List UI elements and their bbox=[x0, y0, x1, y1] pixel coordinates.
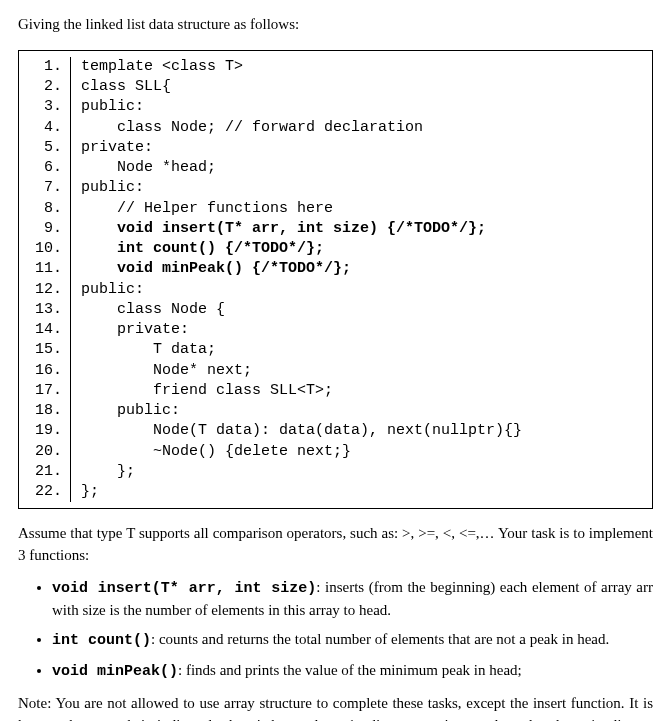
code-text: template <class T> bbox=[71, 57, 243, 77]
code-line: 2.class SLL{ bbox=[19, 77, 652, 97]
code-text: }; bbox=[71, 462, 135, 482]
code-text: public: bbox=[71, 401, 180, 421]
list-item: int count(): counts and returns the tota… bbox=[52, 629, 653, 652]
line-number: 21. bbox=[19, 462, 71, 482]
function-list: void insert(T* arr, int size): inserts (… bbox=[18, 577, 653, 683]
code-text: class SLL{ bbox=[71, 77, 171, 97]
code-line: 21. }; bbox=[19, 462, 652, 482]
line-number: 17. bbox=[19, 381, 71, 401]
code-line: 18. public: bbox=[19, 401, 652, 421]
list-item: void minPeak(): finds and prints the val… bbox=[52, 660, 653, 683]
line-number: 14. bbox=[19, 320, 71, 340]
line-number: 20. bbox=[19, 442, 71, 462]
line-number: 6. bbox=[19, 158, 71, 178]
code-line: 13. class Node { bbox=[19, 300, 652, 320]
line-number: 13. bbox=[19, 300, 71, 320]
line-number: 7. bbox=[19, 178, 71, 198]
code-line: 8. // Helper functions here bbox=[19, 199, 652, 219]
code-text: Node* next; bbox=[71, 361, 252, 381]
code-text: T data; bbox=[71, 340, 216, 360]
line-number: 2. bbox=[19, 77, 71, 97]
code-text: Node(T data): data(data), next(nullptr){… bbox=[71, 421, 522, 441]
line-number: 11. bbox=[19, 259, 71, 279]
code-line: 7.public: bbox=[19, 178, 652, 198]
code-text: class Node { bbox=[71, 300, 225, 320]
intro-paragraph: Giving the linked list data structure as… bbox=[18, 14, 653, 36]
code-line: 9. void insert(T* arr, int size) {/*TODO… bbox=[19, 219, 652, 239]
line-number: 12. bbox=[19, 280, 71, 300]
code-line: 1.template <class T> bbox=[19, 57, 652, 77]
line-number: 9. bbox=[19, 219, 71, 239]
line-number: 10. bbox=[19, 239, 71, 259]
line-number: 22. bbox=[19, 482, 71, 502]
code-text: class Node; // forward declaration bbox=[71, 118, 423, 138]
code-line: 16. Node* next; bbox=[19, 361, 652, 381]
code-text: public: bbox=[71, 178, 144, 198]
function-signature: void insert(T* arr, int size) bbox=[52, 580, 316, 597]
code-text: int count() {/*TODO*/}; bbox=[71, 239, 324, 259]
line-number: 16. bbox=[19, 361, 71, 381]
code-line: 14. private: bbox=[19, 320, 652, 340]
code-line: 4. class Node; // forward declaration bbox=[19, 118, 652, 138]
code-line: 17. friend class SLL<T>; bbox=[19, 381, 652, 401]
code-text: public: bbox=[71, 280, 144, 300]
line-number: 8. bbox=[19, 199, 71, 219]
code-line: 3.public: bbox=[19, 97, 652, 117]
function-description: : finds and prints the value of the mini… bbox=[178, 662, 522, 678]
line-number: 5. bbox=[19, 138, 71, 158]
code-line: 12.public: bbox=[19, 280, 652, 300]
line-number: 19. bbox=[19, 421, 71, 441]
code-line: 19. Node(T data): data(data), next(nullp… bbox=[19, 421, 652, 441]
code-line: 11. void minPeak() {/*TODO*/}; bbox=[19, 259, 652, 279]
function-signature: void minPeak() bbox=[52, 663, 178, 680]
code-text: friend class SLL<T>; bbox=[71, 381, 333, 401]
code-text: // Helper functions here bbox=[71, 199, 333, 219]
line-number: 1. bbox=[19, 57, 71, 77]
line-number: 15. bbox=[19, 340, 71, 360]
code-text: Node *head; bbox=[71, 158, 216, 178]
code-line: 15. T data; bbox=[19, 340, 652, 360]
list-item: void insert(T* arr, int size): inserts (… bbox=[52, 577, 653, 622]
code-text: private: bbox=[71, 138, 153, 158]
note-paragraph: Note: You are not allowed to use array s… bbox=[18, 693, 653, 721]
code-line: 22.}; bbox=[19, 482, 652, 502]
code-text: ~Node() {delete next;} bbox=[71, 442, 351, 462]
function-signature: int count() bbox=[52, 632, 151, 649]
function-description: : counts and returns the total number of… bbox=[151, 631, 609, 647]
code-line: 10. int count() {/*TODO*/}; bbox=[19, 239, 652, 259]
code-listing: 1.template <class T>2.class SLL{3.public… bbox=[18, 50, 653, 510]
line-number: 3. bbox=[19, 97, 71, 117]
code-line: 6. Node *head; bbox=[19, 158, 652, 178]
line-number: 4. bbox=[19, 118, 71, 138]
code-text: public: bbox=[71, 97, 144, 117]
code-text: void minPeak() {/*TODO*/}; bbox=[71, 259, 351, 279]
line-number: 18. bbox=[19, 401, 71, 421]
code-line: 5.private: bbox=[19, 138, 652, 158]
code-text: void insert(T* arr, int size) {/*TODO*/}… bbox=[71, 219, 486, 239]
code-line: 20. ~Node() {delete next;} bbox=[19, 442, 652, 462]
code-text: }; bbox=[71, 482, 99, 502]
code-text: private: bbox=[71, 320, 189, 340]
assume-paragraph: Assume that type T supports all comparis… bbox=[18, 523, 653, 567]
